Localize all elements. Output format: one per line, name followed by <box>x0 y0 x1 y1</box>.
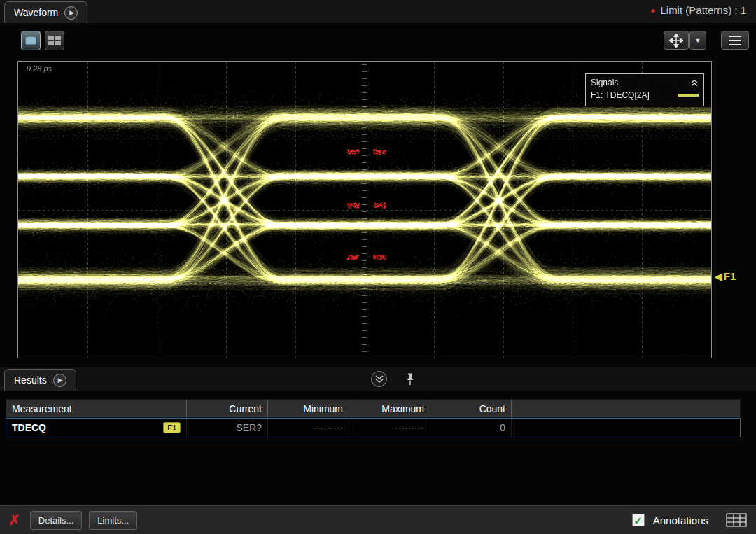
legend-entry-color-swatch <box>678 94 699 97</box>
table-row-tdecq[interactable]: TDECQ F1 SER? --------- --------- 0 <box>6 418 741 437</box>
legend-title: Signals <box>591 78 618 87</box>
annotations-table-view-button[interactable] <box>725 512 748 528</box>
pan-arrows-icon <box>669 34 683 48</box>
pin-results-panel-button[interactable] <box>402 370 418 387</box>
chevron-down-icon: ▼ <box>695 37 701 44</box>
waveform-tab-label: Waveform <box>14 7 58 18</box>
top-tab-bar: Waveform ▶ ● Limit (Patterns) : 1 <box>0 0 756 23</box>
collapse-results-panel-button[interactable] <box>371 371 387 387</box>
waveform-run-icon[interactable]: ▶ <box>64 6 78 20</box>
source-badge-f1: F1 <box>163 422 181 433</box>
hamburger-icon <box>729 36 741 37</box>
results-tab-label: Results <box>14 374 47 386</box>
current-value: SER? <box>187 419 268 437</box>
results-footer-bar: ✗ Details... Limits... ✓ Annotations <box>0 505 756 534</box>
header-minimum[interactable]: Minimum <box>268 400 349 417</box>
header-count[interactable]: Count <box>430 400 512 417</box>
quad-display-icon <box>48 36 61 45</box>
single-display-icon <box>24 36 37 45</box>
pan-options-dropdown-button[interactable]: ▼ <box>690 31 706 50</box>
marker-left-triangle-icon: ◀ <box>715 271 722 282</box>
delete-measurement-button[interactable]: ✗ <box>8 512 20 528</box>
results-table: Measurement Current Minimum Maximum Coun… <box>6 399 741 437</box>
marker-label: F1 <box>724 270 736 282</box>
check-icon: ✓ <box>634 515 643 526</box>
tab-results[interactable]: Results ▶ <box>4 369 76 391</box>
legend-entry-label: F1: TDECQ[2A] <box>591 90 650 100</box>
scope-application-window: Waveform ▶ ● Limit (Patterns) : 1 <box>0 0 756 534</box>
limits-button[interactable]: Limits... <box>89 511 137 530</box>
results-tab-bar: Results ▶ <box>0 367 756 391</box>
measurement-name: TDECQ <box>12 422 46 433</box>
quad-display-layout-button[interactable] <box>45 31 64 50</box>
annotations-label: Annotations <box>653 514 708 526</box>
time-scale-label: 9.28 ps <box>27 64 52 73</box>
tab-waveform[interactable]: Waveform ▶ <box>4 1 88 23</box>
limit-status-text: Limit (Patterns) : 1 <box>660 4 746 16</box>
row-empty-cell <box>512 419 740 437</box>
results-run-icon[interactable]: ▶ <box>53 374 66 387</box>
pan-tool-button[interactable] <box>664 31 689 50</box>
f1-source-marker[interactable]: ◀ F1 <box>715 270 736 282</box>
double-chevron-down-icon <box>374 374 384 384</box>
maximum-value: --------- <box>349 419 430 437</box>
table-grid-icon <box>725 512 748 528</box>
header-maximum[interactable]: Maximum <box>349 400 430 417</box>
pushpin-icon <box>405 372 415 386</box>
count-value: 0 <box>430 419 512 437</box>
display-menu-button[interactable] <box>721 31 749 50</box>
limit-status: ● Limit (Patterns) : 1 <box>650 4 746 16</box>
legend-collapse-icon[interactable] <box>690 79 699 87</box>
signals-legend[interactable]: Signals F1: TDECQ[2A] <box>585 73 704 106</box>
limit-status-red-dot-icon: ● <box>650 6 655 15</box>
minimum-value: --------- <box>268 419 349 437</box>
single-display-layout-button[interactable] <box>21 31 41 50</box>
header-empty <box>512 400 740 417</box>
waveform-display-area[interactable]: 9.28 ps Signals F1: TDECQ[2A] <box>18 61 712 358</box>
details-button[interactable]: Details... <box>30 511 83 530</box>
results-table-header: Measurement Current Minimum Maximum Coun… <box>6 399 741 418</box>
header-current[interactable]: Current <box>187 400 268 417</box>
annotations-checkbox[interactable]: ✓ <box>632 514 645 526</box>
header-measurement[interactable]: Measurement <box>6 400 187 417</box>
